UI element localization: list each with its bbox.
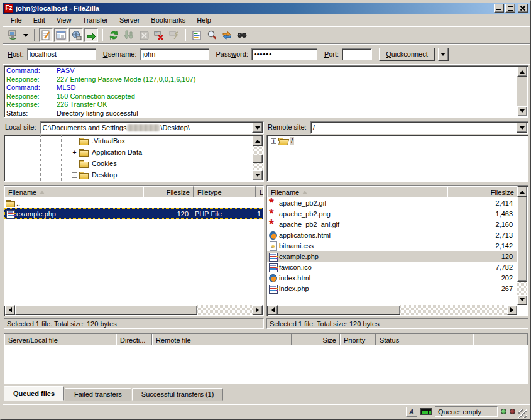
host-label: Host:: [8, 50, 24, 58]
scrollbar-thumb[interactable]: [517, 197, 527, 282]
remote-list-hscrollbar[interactable]: [268, 305, 517, 315]
menu-transfer[interactable]: Transfer: [77, 15, 114, 26]
disconnect-button[interactable]: [152, 28, 166, 42]
host-input[interactable]: [27, 48, 96, 60]
tree-item-virtualbox[interactable]: .VirtualBox: [4, 135, 263, 146]
column-status[interactable]: Status: [376, 334, 473, 345]
local-list-hscrollbar[interactable]: [5, 305, 263, 315]
menu-view[interactable]: View: [51, 15, 77, 26]
scrollbar-thumb[interactable]: [253, 155, 263, 163]
quickconnect-bar: Host: Username: Password: Port: Quickcon…: [3, 45, 530, 63]
scrollbar-track[interactable]: [517, 282, 527, 295]
column-filename[interactable]: Filename: [4, 186, 143, 197]
resize-grip[interactable]: [518, 409, 527, 418]
column-filesize[interactable]: Filesize: [447, 186, 518, 197]
file-row[interactable]: index.php 267: [267, 283, 518, 294]
file-row-example-php[interactable]: example.php 120 PHP File 1: [4, 208, 263, 219]
file-row[interactable]: applications.html 2,713: [267, 229, 518, 240]
toggle-message-log-button[interactable]: [39, 28, 53, 42]
local-site-dropdown-button[interactable]: [252, 123, 263, 133]
filter-button[interactable]: [190, 28, 204, 42]
scroll-down-button[interactable]: [253, 170, 263, 180]
menu-help[interactable]: Help: [191, 15, 217, 26]
remote-list-vscrollbar[interactable]: [517, 187, 527, 305]
toggle-local-tree-button[interactable]: [54, 28, 68, 42]
column-remote-file[interactable]: Remote file: [152, 334, 292, 345]
remote-site-combo[interactable]: /: [310, 121, 528, 134]
scroll-left-button[interactable]: [5, 305, 15, 315]
tab-queued-files[interactable]: Queued files: [4, 386, 64, 401]
file-row-example-php[interactable]: example.php 120: [267, 251, 518, 262]
speed-limit-icon[interactable]: [420, 408, 432, 415]
close-button[interactable]: [518, 4, 528, 13]
column-direction[interactable]: Directi...: [116, 334, 152, 345]
scroll-up-button[interactable]: [253, 136, 263, 146]
column-last-modified[interactable]: L: [256, 186, 263, 197]
maximize-button[interactable]: [505, 4, 515, 13]
menu-file[interactable]: File: [5, 15, 28, 26]
file-row[interactable]: favicon.ico 7,782: [267, 262, 518, 272]
site-manager-button[interactable]: [6, 28, 20, 42]
column-filetype[interactable]: Filetype: [194, 186, 256, 197]
local-site-combo[interactable]: C:\Documents and Settings\Desktop\: [40, 121, 264, 134]
scroll-up-button[interactable]: [517, 187, 527, 197]
menu-server[interactable]: Server: [114, 15, 145, 26]
cancel-operation-button[interactable]: [137, 28, 151, 42]
quickconnect-button[interactable]: Quickconnect: [379, 48, 435, 61]
scroll-up-button[interactable]: [517, 67, 527, 77]
column-filesize[interactable]: Filesize: [143, 186, 194, 197]
tree-item-root[interactable]: + /: [267, 135, 528, 146]
column-server-local-file[interactable]: Server/Local file: [4, 334, 116, 345]
scrollbar-thumb[interactable]: [15, 305, 197, 315]
arrow-right-icon: [510, 307, 516, 312]
scroll-right-button[interactable]: [507, 305, 517, 315]
process-queue-button[interactable]: [122, 28, 136, 42]
queue-body[interactable]: [4, 345, 528, 384]
password-input[interactable]: [251, 48, 317, 60]
scroll-right-button[interactable]: [253, 305, 263, 315]
minimize-button[interactable]: [494, 4, 504, 13]
reconnect-button[interactable]: [167, 28, 181, 42]
tab-failed-transfers[interactable]: Failed transfers: [65, 388, 131, 401]
synchronized-browsing-button[interactable]: [220, 28, 234, 42]
column-priority[interactable]: Priority: [340, 334, 376, 345]
tree-expander-plus[interactable]: +: [271, 138, 276, 144]
file-row[interactable]: index.html 202: [267, 272, 518, 283]
toggle-transfer-queue-button[interactable]: [84, 28, 98, 42]
tree-item-desktop[interactable]: − Desktop: [4, 169, 263, 180]
file-row[interactable]: apache_pb2_ani.gif 2,160: [267, 219, 518, 229]
site-manager-dropdown-button[interactable]: [21, 28, 30, 42]
scrollbar-track[interactable]: [197, 305, 253, 315]
toggle-remote-tree-button[interactable]: [69, 28, 83, 42]
find-files-button[interactable]: [235, 28, 249, 42]
scrollbar-thumb[interactable]: [278, 305, 400, 315]
column-filename[interactable]: Filename: [267, 186, 447, 197]
remote-file-list: Filename Filesize apache_pb2.gif 2,414 a…: [266, 185, 528, 316]
tree-item-cookies[interactable]: Cookies: [4, 158, 263, 169]
file-row[interactable]: apache_pb2.gif 2,414: [267, 197, 518, 208]
port-input[interactable]: [342, 48, 372, 60]
title-bar[interactable]: Fz john@localhost - FileZilla: [3, 3, 530, 14]
menu-bookmarks[interactable]: Bookmarks: [145, 15, 191, 26]
quickconnect-dropdown-button[interactable]: [438, 48, 449, 61]
file-row[interactable]: apache_pb2.png 1,463: [267, 208, 518, 219]
scrollbar-track[interactable]: [400, 305, 507, 315]
directory-comparison-button[interactable]: [205, 28, 219, 42]
refresh-button[interactable]: [107, 28, 121, 42]
tab-successful-transfers[interactable]: Successful transfers (1): [132, 388, 224, 401]
file-row[interactable]: bitnami.css 2,142: [267, 240, 518, 251]
tree-expander-plus[interactable]: +: [72, 150, 77, 155]
scroll-down-button[interactable]: [517, 106, 527, 116]
connection-led-red-icon: [510, 409, 515, 414]
tree-expander-minus[interactable]: −: [72, 172, 77, 178]
scroll-down-button[interactable]: [517, 295, 527, 305]
menu-edit[interactable]: Edit: [28, 15, 51, 26]
log-scrollbar[interactable]: [517, 67, 527, 116]
tree-item-application-data[interactable]: + Application Data: [4, 146, 263, 158]
scroll-left-button[interactable]: [268, 305, 278, 315]
username-input[interactable]: [140, 48, 209, 60]
file-row-parent-dir[interactable]: ..: [4, 197, 263, 208]
local-tree-scrollbar[interactable]: [253, 136, 263, 180]
column-size[interactable]: Size: [292, 334, 340, 345]
remote-site-dropdown-button[interactable]: [517, 123, 527, 133]
